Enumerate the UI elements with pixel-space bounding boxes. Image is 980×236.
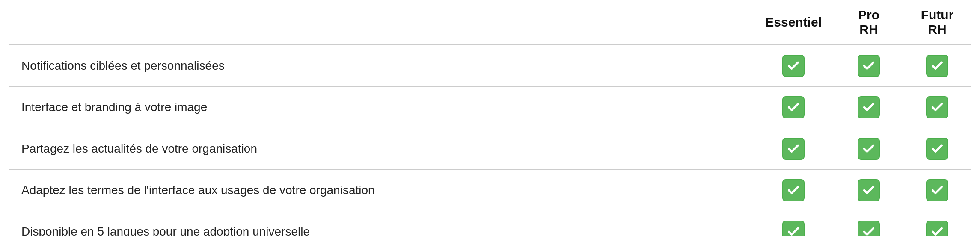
cell-futur_rh-1: [903, 87, 971, 128]
comparison-table: Essentiel Pro RH Futur RH Notifications …: [9, 0, 971, 236]
check-icon: [858, 55, 880, 77]
header-pro-rh: Pro RH: [834, 0, 903, 45]
cell-pro_rh-0: [834, 45, 903, 87]
check-icon: [782, 96, 805, 118]
header-feature: [9, 0, 752, 45]
cell-futur_rh-4: [903, 211, 971, 236]
table-row: Partagez les actualités de votre organis…: [9, 128, 971, 170]
check-icon: [926, 96, 948, 118]
comparison-table-container: Essentiel Pro RH Futur RH Notifications …: [0, 0, 980, 236]
header-futur-rh: Futur RH: [903, 0, 971, 45]
check-icon: [926, 55, 948, 77]
cell-essentiel-3: [752, 170, 834, 211]
check-icon: [926, 179, 948, 201]
table-row: Disponible en 5 langues pour une adoptio…: [9, 211, 971, 236]
check-icon: [926, 138, 948, 160]
check-icon: [858, 179, 880, 201]
table-row: Interface et branding à votre image: [9, 87, 971, 128]
feature-label: Adaptez les termes de l'interface aux us…: [9, 170, 752, 211]
cell-essentiel-4: [752, 211, 834, 236]
check-icon: [782, 221, 805, 236]
cell-pro_rh-3: [834, 170, 903, 211]
cell-futur_rh-3: [903, 170, 971, 211]
table-header-row: Essentiel Pro RH Futur RH: [9, 0, 971, 45]
cell-futur_rh-0: [903, 45, 971, 87]
check-icon: [858, 138, 880, 160]
cell-essentiel-0: [752, 45, 834, 87]
check-icon: [782, 179, 805, 201]
feature-label: Interface et branding à votre image: [9, 87, 752, 128]
cell-futur_rh-2: [903, 128, 971, 170]
header-essentiel: Essentiel: [752, 0, 834, 45]
check-icon: [858, 221, 880, 236]
check-icon: [858, 96, 880, 118]
cell-essentiel-1: [752, 87, 834, 128]
cell-essentiel-2: [752, 128, 834, 170]
check-icon: [782, 138, 805, 160]
feature-label: Partagez les actualités de votre organis…: [9, 128, 752, 170]
cell-pro_rh-2: [834, 128, 903, 170]
cell-pro_rh-4: [834, 211, 903, 236]
check-icon: [782, 55, 805, 77]
check-icon: [926, 221, 948, 236]
feature-label: Disponible en 5 langues pour une adoptio…: [9, 211, 752, 236]
cell-pro_rh-1: [834, 87, 903, 128]
table-row: Adaptez les termes de l'interface aux us…: [9, 170, 971, 211]
feature-label: Notifications ciblées et personnalisées: [9, 45, 752, 87]
table-row: Notifications ciblées et personnalisées: [9, 45, 971, 87]
